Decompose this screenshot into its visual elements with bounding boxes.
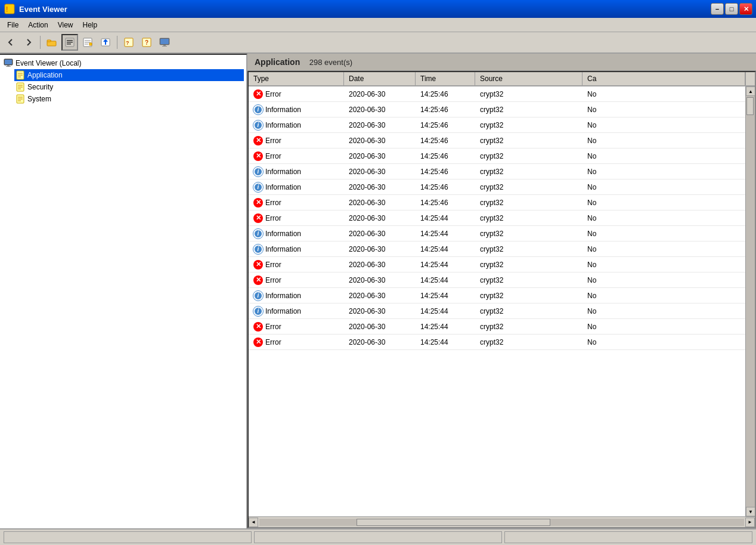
table-row[interactable]: i Information 2020-06-30 14:25:44 crypt3… — [249, 226, 755, 241]
event-category: No — [583, 290, 755, 301]
table-row[interactable]: i Information 2020-06-30 14:25:44 crypt3… — [249, 304, 755, 319]
table-row[interactable]: ✕ Error 2020-06-30 14:25:44 crypt32 No — [249, 319, 755, 335]
tree-node-system[interactable]: System — [14, 93, 244, 105]
scroll-track[interactable] — [746, 96, 755, 507]
tree-node-security[interactable]: Security — [14, 81, 244, 93]
log-icon-application — [16, 70, 25, 80]
horiz-scroll-track[interactable] — [259, 519, 744, 526]
tree-node-application[interactable]: Application — [14, 69, 244, 81]
toolbar-separator-1 — [40, 36, 41, 49]
menu-file[interactable]: File — [2, 20, 23, 30]
svg-rect-7 — [67, 42, 73, 43]
table-row[interactable]: ✕ Error 2020-06-30 14:25:44 crypt32 No — [249, 210, 755, 226]
app-icon: ! — [4, 3, 16, 15]
help-button[interactable]: ? — [138, 34, 155, 51]
forward-button[interactable] — [20, 34, 37, 51]
tree-node-system-label: System — [27, 95, 51, 103]
event-category: No — [583, 259, 755, 270]
vertical-scrollbar[interactable]: ▲ ▼ — [745, 86, 755, 516]
scroll-down-button[interactable]: ▼ — [746, 507, 755, 516]
event-type-label: Error — [265, 214, 281, 222]
open-folder-button[interactable] — [44, 34, 60, 51]
toolbar-separator-2 — [117, 36, 117, 49]
horiz-scroll-thumb[interactable] — [357, 519, 550, 526]
info-icon: i — [253, 105, 263, 114]
svg-rect-4 — [47, 40, 51, 42]
monitor-button[interactable] — [156, 34, 173, 51]
tree-root-item[interactable]: Event Viewer (Local) — [2, 57, 244, 69]
menu-view[interactable]: View — [53, 20, 78, 30]
filter-button[interactable]: ? — [120, 34, 137, 51]
error-icon: ✕ — [253, 322, 263, 332]
tree-pane[interactable]: Event Viewer (Local) Application — [0, 54, 247, 528]
svg-rect-25 — [5, 60, 12, 64]
col-header-type[interactable]: Type — [249, 72, 344, 85]
toolbar: ? ? — [0, 32, 756, 54]
col-header-cat[interactable]: Ca — [583, 72, 745, 85]
error-icon: ✕ — [253, 275, 263, 285]
export-button[interactable] — [97, 34, 114, 51]
table-row[interactable]: i Information 2020-06-30 14:25:46 crypt3… — [249, 164, 755, 179]
tree-node-security-label: Security — [27, 83, 53, 91]
info-icon: i — [253, 244, 263, 254]
edit-button[interactable] — [79, 34, 96, 51]
main-layout: Event Viewer (Local) Application — [0, 54, 756, 528]
table-row[interactable]: ✕ Error 2020-06-30 14:25:44 crypt32 No — [249, 272, 755, 288]
event-category: No — [583, 306, 755, 317]
close-button[interactable]: ✕ — [739, 3, 752, 15]
scroll-up-button[interactable]: ▲ — [746, 86, 755, 96]
computer-icon — [4, 58, 13, 68]
table-row[interactable]: ✕ Error 2020-06-30 14:25:46 crypt32 No — [249, 195, 755, 210]
back-button[interactable] — [2, 34, 19, 51]
horizontal-scrollbar[interactable]: ◄ ► — [249, 516, 755, 527]
table-row[interactable]: i Information 2020-06-30 14:25:44 crypt3… — [249, 288, 755, 304]
menu-action[interactable]: Action — [23, 20, 52, 30]
event-category: No — [583, 135, 755, 146]
table-row[interactable]: ✕ Error 2020-06-30 14:25:46 crypt32 No — [249, 133, 755, 148]
event-date: 2020-06-30 — [344, 275, 416, 286]
table-row[interactable]: ✕ Error 2020-06-30 14:25:46 crypt32 No — [249, 148, 755, 164]
col-header-time[interactable]: Time — [416, 72, 475, 85]
menu-bar: File Action View Help — [0, 18, 756, 32]
table-row[interactable]: ✕ Error 2020-06-30 14:25:44 crypt32 No — [249, 257, 755, 272]
event-time: 14:25:46 — [416, 182, 475, 193]
tree-root-label: Event Viewer (Local) — [16, 59, 82, 67]
event-time: 14:25:46 — [416, 89, 475, 100]
event-time: 14:25:44 — [416, 337, 475, 348]
scroll-right-button[interactable]: ► — [745, 518, 755, 527]
maximize-button[interactable]: □ — [725, 3, 738, 15]
event-source: crypt32 — [475, 228, 583, 239]
info-icon: i — [253, 306, 263, 316]
table-row[interactable]: i Information 2020-06-30 14:25:44 crypt3… — [249, 241, 755, 257]
event-source: crypt32 — [475, 151, 583, 162]
menu-help[interactable]: Help — [78, 20, 103, 30]
event-source: crypt32 — [475, 259, 583, 270]
event-type-label: Information — [265, 183, 301, 191]
scroll-left-button[interactable]: ◄ — [249, 518, 258, 527]
scroll-thumb[interactable] — [746, 97, 754, 115]
event-source: crypt32 — [475, 166, 583, 177]
event-table-scroll[interactable]: ✕ Error 2020-06-30 14:25:46 crypt32 No i… — [249, 86, 755, 516]
error-icon: ✕ — [253, 213, 263, 223]
col-header-source[interactable]: Source — [475, 72, 583, 85]
title-bar: ! Event Viewer – □ ✕ — [0, 0, 756, 18]
event-type-label: Error — [265, 90, 281, 98]
col-header-date[interactable]: Date — [344, 72, 416, 85]
table-row[interactable]: ✕ Error 2020-06-30 14:25:46 crypt32 No — [249, 86, 755, 102]
table-row[interactable]: ✕ Error 2020-06-30 14:25:44 crypt32 No — [249, 335, 755, 350]
event-type-label: Information — [265, 121, 301, 129]
log-icon-system — [16, 94, 25, 104]
event-type-label: Information — [265, 245, 301, 253]
minimize-button[interactable]: – — [711, 3, 724, 15]
event-source: crypt32 — [475, 197, 583, 208]
table-row[interactable]: i Information 2020-06-30 14:25:46 crypt3… — [249, 117, 755, 133]
event-date: 2020-06-30 — [344, 151, 416, 162]
event-time: 14:25:44 — [416, 259, 475, 270]
event-source: crypt32 — [475, 244, 583, 255]
event-date: 2020-06-30 — [344, 213, 416, 224]
event-time: 14:25:44 — [416, 321, 475, 332]
properties-button[interactable] — [61, 34, 78, 51]
table-row[interactable]: i Information 2020-06-30 14:25:46 crypt3… — [249, 179, 755, 195]
table-row[interactable]: i Information 2020-06-30 14:25:46 crypt3… — [249, 102, 755, 117]
error-icon: ✕ — [253, 198, 263, 208]
